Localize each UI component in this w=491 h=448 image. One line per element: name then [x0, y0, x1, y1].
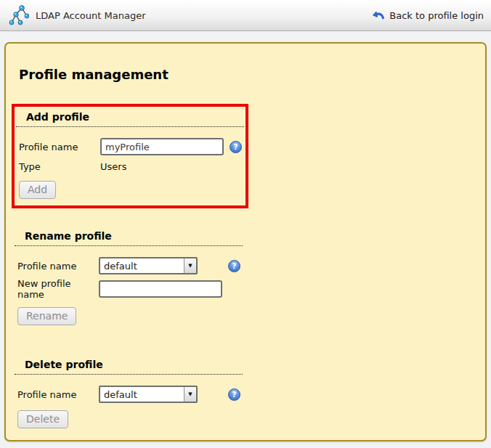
back-to-profile-login-link[interactable]: Back to profile login	[372, 9, 484, 21]
add-button[interactable]: Add	[19, 181, 56, 199]
add-profile-name-row: Profile name ?	[19, 138, 244, 155]
rename-profile-section: Rename profile Profile name default ▼ ? …	[15, 230, 243, 325]
profile-name-label: Profile name	[17, 389, 99, 400]
add-profile-highlight-box: Add profile Profile name ? Type Users Ad…	[12, 104, 248, 208]
lam-tree-logo-icon	[9, 4, 29, 27]
back-link-label: Back to profile login	[389, 10, 484, 21]
profile-name-label: Profile name	[17, 261, 99, 272]
dropdown-arrow-icon[interactable]: ▼	[184, 387, 196, 402]
new-profile-name-input[interactable]	[99, 280, 222, 298]
selected-profile-value: default	[100, 389, 184, 400]
dropdown-arrow-icon[interactable]: ▼	[184, 258, 196, 273]
add-profile-type-row: Type Users	[19, 159, 244, 174]
selected-profile-value: default	[100, 261, 184, 272]
help-icon[interactable]: ?	[230, 141, 242, 153]
help-icon[interactable]: ?	[228, 260, 240, 272]
rename-profile-name-row: Profile name default ▼ ?	[17, 257, 243, 274]
new-profile-name-row: New profile name	[17, 278, 243, 300]
app-brand: LDAP Account Manager	[9, 4, 146, 27]
page-title: Profile management	[19, 67, 485, 82]
rename-profile-select[interactable]: default ▼	[99, 257, 198, 274]
delete-profile-legend: Delete profile	[15, 359, 243, 375]
help-icon[interactable]: ?	[228, 388, 240, 401]
delete-profile-section: Delete profile Profile name default ▼ ? …	[15, 359, 243, 428]
top-header-bar: LDAP Account Manager Back to profile log…	[0, 0, 491, 31]
content-frame: Profile management Add profile Profile n…	[4, 42, 487, 441]
type-value: Users	[100, 161, 230, 172]
rename-profile-legend: Rename profile	[15, 230, 243, 246]
back-arrow-icon	[372, 9, 385, 21]
profile-name-label: Profile name	[19, 142, 100, 152]
add-profile-legend: Add profile	[16, 111, 244, 127]
type-label: Type	[19, 161, 100, 172]
app-title: LDAP Account Manager	[36, 10, 146, 21]
add-profile-section: Add profile Profile name ? Type Users Ad…	[16, 111, 244, 199]
rename-button[interactable]: Rename	[17, 307, 76, 325]
delete-profile-name-row: Profile name default ▼ ?	[17, 386, 243, 403]
delete-profile-select[interactable]: default ▼	[99, 386, 198, 403]
new-profile-name-label: New profile name	[17, 278, 99, 300]
delete-button[interactable]: Delete	[17, 410, 68, 428]
add-profile-name-input[interactable]	[100, 138, 224, 155]
